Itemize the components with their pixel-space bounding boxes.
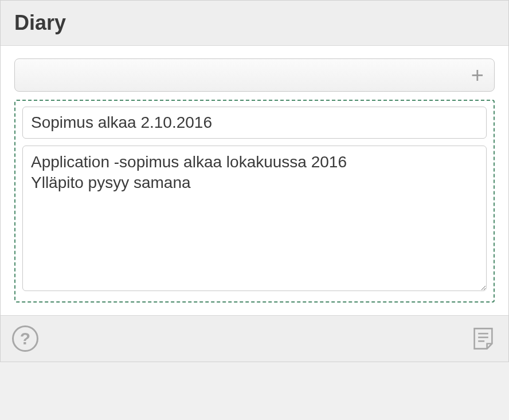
add-entry-bar[interactable]: +	[14, 58, 495, 92]
help-icon[interactable]: ?	[12, 325, 38, 352]
entry-edit-area	[14, 100, 495, 303]
entry-body-textarea[interactable]	[22, 146, 487, 291]
panel-header: Diary	[1, 1, 508, 46]
entry-title-input[interactable]	[22, 107, 487, 139]
note-icon[interactable]	[469, 325, 497, 352]
panel-footer: ?	[1, 315, 508, 362]
panel-title: Diary	[14, 11, 495, 35]
plus-icon: +	[471, 64, 484, 86]
diary-panel: Diary + ?	[0, 0, 509, 362]
panel-body: +	[1, 46, 508, 315]
help-label: ?	[20, 329, 30, 348]
